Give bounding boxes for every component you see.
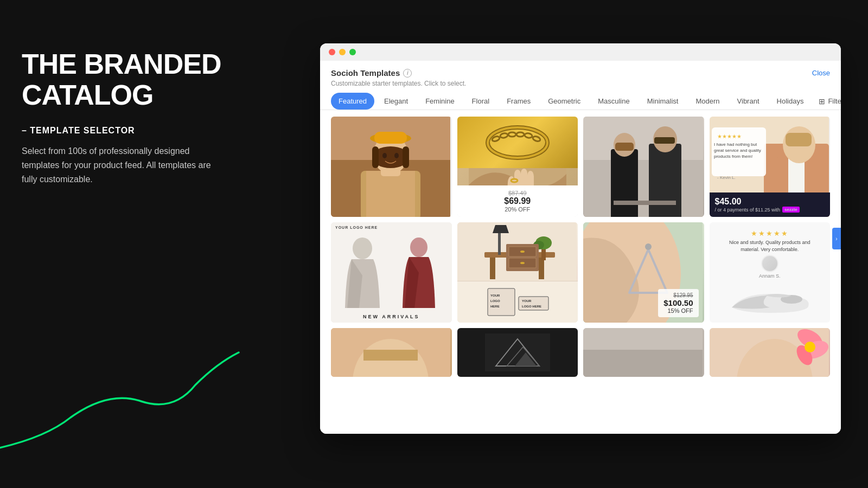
earring-new-price: $100.50 — [663, 298, 693, 307]
category-tabs: Featured Elegant Feminine Floral Frames … — [320, 93, 841, 110]
svg-point-14 — [488, 127, 547, 158]
svg-point-54 — [520, 251, 525, 253]
expand-arrow-icon: › — [835, 236, 837, 242]
maximize-traffic-light[interactable] — [349, 49, 356, 55]
app-content: Socioh Templates i Close Customizable st… — [320, 61, 841, 434]
template-card-shoe-review[interactable]: ★★★★★ Nice and sturdy. Quality products … — [710, 222, 831, 323]
svg-marker-47 — [493, 225, 509, 233]
furniture-logo-area: YOUR LOGO HERE YOUR LOGO HERE — [485, 286, 550, 318]
template-card-face-partial[interactable] — [331, 328, 452, 377]
app-header-top: Socioh Templates i Close — [331, 68, 830, 78]
tab-modern[interactable]: Modern — [688, 93, 727, 110]
template-row-1: $87.49 $69.99 20% OFF — [331, 117, 830, 217]
expand-handle[interactable]: › — [832, 228, 841, 249]
svg-rect-10 — [403, 146, 409, 168]
discount-1: 20% OFF — [462, 206, 574, 213]
tab-masculine[interactable]: Masculine — [590, 93, 637, 110]
svg-rect-28 — [649, 144, 681, 217]
new-price-1: $69.99 — [462, 196, 574, 206]
traffic-lights — [329, 49, 832, 55]
svg-rect-44 — [490, 258, 495, 279]
bracelet-image — [469, 118, 566, 167]
template-card-couple-fashion[interactable] — [583, 117, 704, 217]
svg-rect-7 — [374, 132, 407, 144]
svg-point-20 — [532, 135, 541, 142]
face-flower-image — [710, 328, 829, 377]
app-subtitle: Customizable starter templates. Click to… — [331, 80, 830, 87]
tab-feminine[interactable]: Feminine — [418, 93, 462, 110]
svg-text:LOGO HERE: LOGO HERE — [522, 305, 541, 308]
dress-2-image — [392, 232, 446, 308]
svg-rect-30 — [654, 137, 675, 144]
svg-rect-31 — [614, 201, 676, 205]
svg-point-19 — [524, 132, 532, 138]
app-header: Socioh Templates i Close Customizable st… — [320, 61, 841, 93]
svg-point-17 — [508, 132, 516, 137]
earring-discount: 15% OFF — [663, 307, 693, 314]
earring-old-price: $129.95 — [663, 292, 693, 298]
template-card-furniture[interactable]: YOUR LOGO HERE YOUR LOGO HERE — [457, 222, 578, 323]
mountain-logo-image — [485, 333, 550, 371]
svg-point-18 — [516, 132, 524, 137]
svg-rect-24 — [584, 160, 703, 217]
template-card-girl-hat[interactable] — [331, 117, 452, 217]
sezzle-text: / or 4 payments of $11.25 with sezzle — [715, 207, 825, 213]
shoe-reviewer-name: Annam S. — [759, 273, 781, 279]
tab-minimalist[interactable]: Minimalist — [640, 93, 686, 110]
template-card-face-flower[interactable] — [710, 328, 831, 377]
svg-rect-70 — [363, 350, 418, 361]
tab-floral[interactable]: Floral — [464, 93, 497, 110]
description: Select from 100s of professionally desig… — [22, 144, 228, 186]
minimize-traffic-light[interactable] — [339, 49, 346, 55]
browser-chrome — [320, 43, 841, 61]
decorative-curve — [0, 342, 250, 461]
svg-rect-36 — [786, 133, 812, 146]
template-card-jewelry-pricing[interactable]: $87.49 $69.99 20% OFF — [457, 117, 578, 217]
filters-label: Filters — [828, 97, 841, 105]
app-title: Socioh Templates — [331, 68, 400, 78]
tab-elegant[interactable]: Elegant — [376, 93, 416, 110]
shoe-review-text: Nice and sturdy. Quality products and ma… — [726, 239, 813, 254]
svg-point-16 — [500, 132, 508, 138]
subtitle: TEMPLATE SELECTOR — [22, 126, 228, 136]
svg-point-82 — [805, 342, 815, 352]
main-title: THE BRANDED CATALOG — [22, 49, 228, 111]
partial-gray-image — [583, 328, 703, 377]
svg-point-66 — [645, 243, 652, 250]
card-image-girl-hat — [331, 117, 450, 217]
shoe-image — [726, 280, 813, 316]
svg-rect-27 — [615, 143, 634, 151]
svg-point-40 — [353, 237, 372, 259]
svg-rect-45 — [539, 258, 544, 279]
tab-vibrant[interactable]: Vibrant — [730, 93, 767, 110]
tab-geometric[interactable]: Geometric — [540, 93, 588, 110]
tab-frames[interactable]: Frames — [499, 93, 538, 110]
info-icon[interactable]: i — [403, 69, 412, 78]
close-traffic-light[interactable] — [329, 49, 335, 55]
svg-rect-25 — [611, 149, 638, 217]
old-price-1: $87.49 — [462, 190, 574, 196]
furniture-image — [457, 222, 577, 281]
svg-point-11 — [382, 153, 387, 158]
svg-text:YOUR: YOUR — [490, 294, 500, 297]
template-card-partial-gray[interactable] — [583, 328, 704, 377]
filter-icon: ⊞ — [819, 97, 825, 106]
dress-1-image — [335, 232, 390, 308]
svg-text:YOUR: YOUR — [522, 299, 532, 303]
template-row-2: YOUR LOGO HERE — [331, 222, 830, 323]
tab-holidays[interactable]: Holidays — [769, 93, 812, 110]
svg-rect-76 — [583, 350, 703, 377]
shoe-review-stars: ★★★★★ — [751, 229, 789, 237]
browser-window: Socioh Templates i Close Customizable st… — [320, 43, 841, 434]
template-card-new-arrivals[interactable]: YOUR LOGO HERE — [331, 222, 452, 323]
template-card-mountain[interactable] — [457, 328, 578, 377]
couple-image — [584, 117, 703, 217]
template-card-man-review[interactable]: ★★★★★ I have had nothing but great servi… — [710, 117, 831, 217]
ring-hand-image — [469, 168, 566, 185]
template-card-earring[interactable]: $129.95 $100.50 15% OFF — [583, 222, 704, 323]
arrivals-logo-text: YOUR LOGO HERE — [335, 226, 378, 229]
filters-button[interactable]: ⊞ Filters — [813, 94, 841, 109]
tab-featured[interactable]: Featured — [331, 93, 374, 110]
close-button[interactable]: Close — [812, 69, 830, 77]
template-row-3 — [331, 328, 830, 377]
